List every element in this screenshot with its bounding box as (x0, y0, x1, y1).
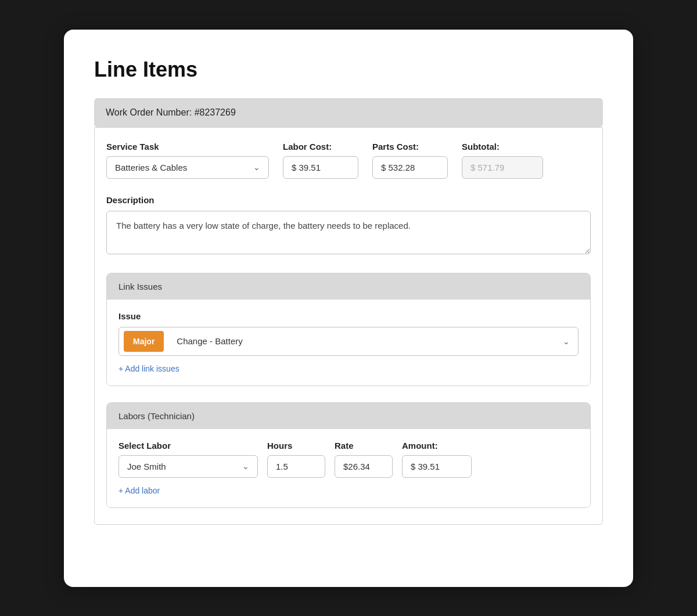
rate-field: Rate (335, 441, 393, 478)
hours-field: Hours (267, 441, 325, 478)
add-labor-button[interactable]: + Add labor (118, 486, 160, 495)
parts-cost-field: Parts Cost: (372, 142, 448, 179)
rate-label: Rate (335, 441, 393, 451)
issue-badge[interactable]: Major (124, 331, 164, 352)
labor-cost-label: Labor Cost: (283, 142, 358, 152)
labor-value: Joe Smith (127, 462, 166, 471)
select-labor-label: Select Labor (118, 441, 258, 451)
chevron-down-icon: ⌄ (563, 337, 570, 346)
labor-cost-field: Labor Cost: (283, 142, 358, 179)
service-task-label: Service Task (106, 142, 269, 152)
description-textarea[interactable]: The battery has a very low state of char… (106, 211, 591, 254)
issue-row: Major Change - Battery ⌄ (118, 327, 579, 356)
chevron-down-icon: ⌄ (242, 462, 249, 471)
labor-dropdown[interactable]: Joe Smith ⌄ (118, 455, 258, 478)
description-section: Description The battery has a very low s… (106, 195, 591, 257)
link-issues-header: Link Issues (107, 273, 590, 300)
add-link-issues-button[interactable]: + Add link issues (118, 364, 179, 373)
service-task-section: Service Task Batteries & Cables ⌄ Labor … (94, 127, 603, 525)
issue-value: Change - Battery (177, 336, 242, 346)
rate-input[interactable] (335, 455, 393, 478)
labors-container: Labors (Technician) Select Labor Joe Smi… (106, 402, 591, 508)
issue-label: Issue (118, 311, 579, 321)
hours-label: Hours (267, 441, 325, 451)
service-task-dropdown[interactable]: Batteries & Cables ⌄ (106, 156, 269, 179)
service-task-value: Batteries & Cables (115, 163, 187, 172)
main-card: Line Items Work Order Number: #8237269 S… (64, 30, 633, 587)
parts-cost-input[interactable] (372, 156, 448, 179)
hours-input[interactable] (267, 455, 325, 478)
chevron-down-icon: ⌄ (253, 163, 260, 172)
amount-field: Amount: (402, 441, 472, 478)
amount-label: Amount: (402, 441, 472, 451)
issue-dropdown[interactable]: Change - Battery ⌄ (168, 330, 578, 352)
subtotal-label: Subtotal: (462, 142, 543, 152)
amount-input[interactable] (402, 455, 472, 478)
select-labor-field: Select Labor Joe Smith ⌄ (118, 441, 258, 478)
service-task-field: Service Task Batteries & Cables ⌄ (106, 142, 269, 179)
link-issues-body: Issue Major Change - Battery ⌄ + Add lin… (107, 300, 590, 386)
page-title: Line Items (94, 57, 603, 82)
parts-cost-label: Parts Cost: (372, 142, 448, 152)
service-task-fields-row: Service Task Batteries & Cables ⌄ Labor … (106, 142, 591, 179)
link-issues-container: Link Issues Issue Major Change - Battery… (106, 273, 591, 386)
description-label: Description (106, 195, 591, 205)
labors-header: Labors (Technician) (107, 403, 590, 429)
subtotal-input (462, 156, 543, 179)
subtotal-field: Subtotal: (462, 142, 543, 179)
labor-cost-input[interactable] (283, 156, 358, 179)
labor-fields-row: Select Labor Joe Smith ⌄ Hours Rate (118, 441, 579, 478)
work-order-banner: Work Order Number: #8237269 (94, 98, 603, 127)
labors-body: Select Labor Joe Smith ⌄ Hours Rate (107, 429, 590, 507)
